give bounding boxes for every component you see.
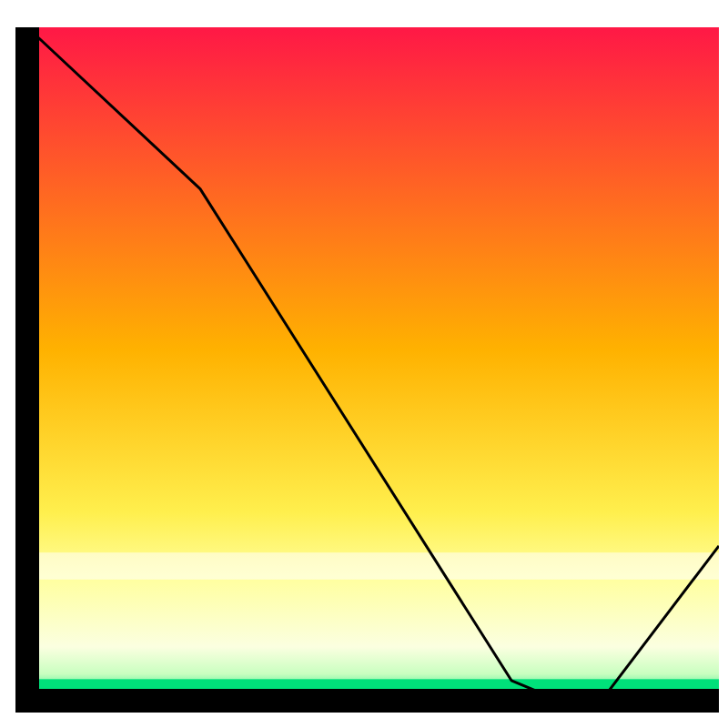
bottleneck-chart	[0, 0, 728, 728]
plot-background	[27, 27, 719, 701]
chart-stage: TheBottleneck.com	[0, 0, 728, 728]
margin-mask	[719, 0, 728, 728]
margin-mask	[0, 0, 728, 27]
white-band	[27, 552, 719, 580]
